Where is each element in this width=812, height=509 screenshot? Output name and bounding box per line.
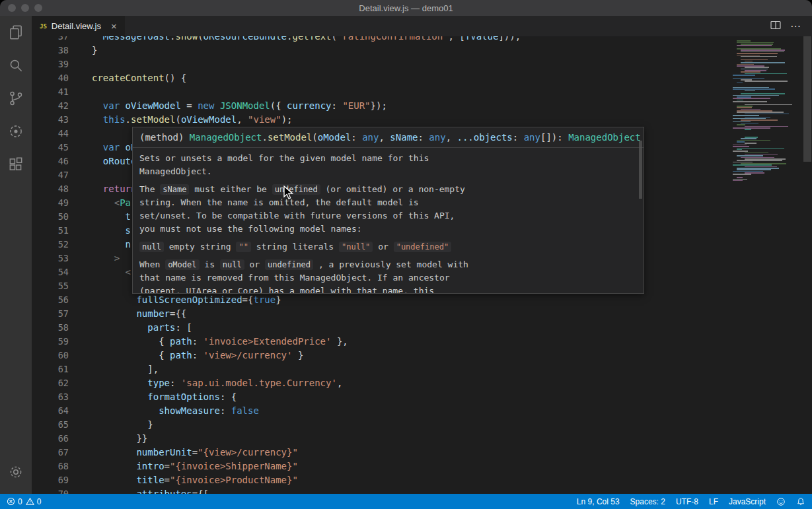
line-number: 50 <box>32 210 69 224</box>
tab-bar: JS Detail.view.js × ⋯ <box>32 16 812 36</box>
code-line[interactable]: 39 <box>32 57 812 71</box>
encoding[interactable]: UTF-8 <box>676 497 698 506</box>
line-number: 40 <box>32 71 69 85</box>
code-line[interactable]: 67 numberUnit="{view>/currency}" <box>32 446 812 459</box>
source-control-icon[interactable] <box>0 82 32 115</box>
hover-scrollbar-thumb[interactable] <box>639 141 642 199</box>
line-number: 62 <box>32 376 69 390</box>
statusbar-right: Ln 9, Col 53Spaces: 2UTF-8LFJavaScript <box>577 497 805 506</box>
close-window-icon[interactable] <box>8 4 16 12</box>
warning-count: 0 <box>37 497 42 506</box>
search-icon[interactable] <box>0 49 32 82</box>
line-number: 66 <box>32 432 69 446</box>
line-number: 67 <box>32 446 69 459</box>
code-line[interactable]: 64 showMeasure: false <box>32 404 812 418</box>
titlebar: Detail.view.js — demo01 <box>0 0 812 16</box>
notifications-bell-icon[interactable] <box>796 497 805 506</box>
line-number: 65 <box>32 418 69 432</box>
line-number: 52 <box>32 238 69 252</box>
cursor-position[interactable]: Ln 9, Col 53 <box>577 497 620 506</box>
line-number: 64 <box>32 404 69 418</box>
code-line[interactable]: 56 fullScreenOptimized={true} <box>32 293 812 307</box>
line-number: 63 <box>32 390 69 404</box>
line-number: 57 <box>32 307 69 321</box>
line-number: 68 <box>32 459 69 473</box>
tab-detail-view-js[interactable]: JS Detail.view.js × <box>32 16 125 36</box>
code-line[interactable]: 43 this.setModel(oViewModel, "view"); <box>32 113 812 127</box>
code-line[interactable]: 62 type: 'sap.ui.model.type.Currency', <box>32 376 812 390</box>
code-line[interactable]: 58 parts: [ <box>32 321 812 335</box>
code-line[interactable]: 37 MessageToast.show(oResourceBundle.get… <box>32 36 812 44</box>
more-actions-icon[interactable]: ⋯ <box>790 20 801 32</box>
explorer-icon[interactable] <box>0 16 32 49</box>
error-icon <box>7 497 15 506</box>
line-number: 49 <box>32 196 69 210</box>
line-number: 56 <box>32 293 69 307</box>
line-number: 41 <box>32 85 69 99</box>
statusbar-items: Ln 9, Col 53Spaces: 2UTF-8LFJavaScript <box>577 497 766 506</box>
line-number: 45 <box>32 141 69 154</box>
editor-actions: ⋯ <box>770 16 812 36</box>
line-number: 60 <box>32 349 69 362</box>
extensions-icon[interactable] <box>0 148 32 181</box>
code-line[interactable]: 60 { path: 'view>/currency' } <box>32 349 812 362</box>
tab-close-icon[interactable]: × <box>111 21 117 31</box>
minimap[interactable] <box>731 38 803 494</box>
code-line[interactable]: 70 attributes={[ <box>32 487 812 494</box>
problems-warnings[interactable]: 0 <box>26 497 42 506</box>
code-line[interactable]: 63 formatOptions: { <box>32 390 812 404</box>
traffic-lights <box>8 0 42 16</box>
code-line[interactable]: 41 <box>32 85 812 99</box>
line-number: 58 <box>32 321 69 335</box>
feedback-smiley-icon[interactable] <box>776 497 786 506</box>
line-number: 59 <box>32 335 69 349</box>
zoom-window-icon[interactable] <box>34 4 42 12</box>
line-number: 53 <box>32 252 69 265</box>
code-editor[interactable]: 37 MessageToast.show(oResourceBundle.get… <box>32 36 812 494</box>
code-line[interactable]: 38} <box>32 44 812 57</box>
editor-scrollbar[interactable] <box>803 36 812 494</box>
line-number: 47 <box>32 168 69 182</box>
line-number: 54 <box>32 265 69 279</box>
line-number: 44 <box>32 127 69 141</box>
code-line[interactable]: 66 }} <box>32 432 812 446</box>
line-number: 61 <box>32 362 69 376</box>
minimize-window-icon[interactable] <box>21 4 29 12</box>
eol[interactable]: LF <box>709 497 718 506</box>
line-number: 51 <box>32 224 69 238</box>
code-line[interactable]: 57 number={{ <box>32 307 812 321</box>
settings-gear-icon[interactable] <box>0 456 32 489</box>
code-line[interactable]: 61 ], <box>32 362 812 376</box>
code-line[interactable]: 40createContent() { <box>32 71 812 85</box>
window-title: Detail.view.js — demo01 <box>359 3 453 13</box>
line-number: 37 <box>32 36 69 44</box>
status-bar: 0 0 Ln 9, Col 53Spaces: 2UTF-8LFJavaScri… <box>0 494 812 509</box>
code-line[interactable]: 42 var oViewModel = new JSONModel({ curr… <box>32 99 812 113</box>
hover-tooltip: (method) ManagedObject.setModel(oModel: … <box>132 127 644 294</box>
error-count: 0 <box>18 497 22 506</box>
hover-docs: Sets or unsets a model for the given mod… <box>133 148 644 294</box>
editor-area: JS Detail.view.js × ⋯ 37 MessageToast.sh… <box>32 16 812 494</box>
activity-bar <box>0 16 32 494</box>
line-number: 42 <box>32 99 69 113</box>
line-number: 43 <box>32 113 69 127</box>
vscode-window: Detail.view.js — demo01 <box>0 0 812 509</box>
js-file-icon: JS <box>40 23 47 30</box>
language-mode[interactable]: JavaScript <box>729 497 766 506</box>
line-number: 48 <box>32 182 69 196</box>
code-line[interactable]: 59 { path: 'invoice>ExtendedPrice' }, <box>32 335 812 349</box>
code-line[interactable]: 69 title="{invoice>ProductName}" <box>32 473 812 487</box>
line-number: 55 <box>32 279 69 293</box>
line-number: 46 <box>32 154 69 168</box>
line-number: 39 <box>32 57 69 71</box>
tab-label: Detail.view.js <box>52 21 101 31</box>
problems-errors[interactable]: 0 <box>7 497 22 506</box>
debug-icon[interactable] <box>0 115 32 148</box>
code-line[interactable]: 68 intro="{invoice>ShipperName}" <box>32 459 812 473</box>
line-number: 69 <box>32 473 69 487</box>
split-editor-icon[interactable] <box>770 20 781 32</box>
indentation[interactable]: Spaces: 2 <box>630 497 665 506</box>
code-line[interactable]: 65 } <box>32 418 812 432</box>
scrollbar-thumb[interactable] <box>803 36 811 162</box>
line-number: 38 <box>32 44 69 57</box>
